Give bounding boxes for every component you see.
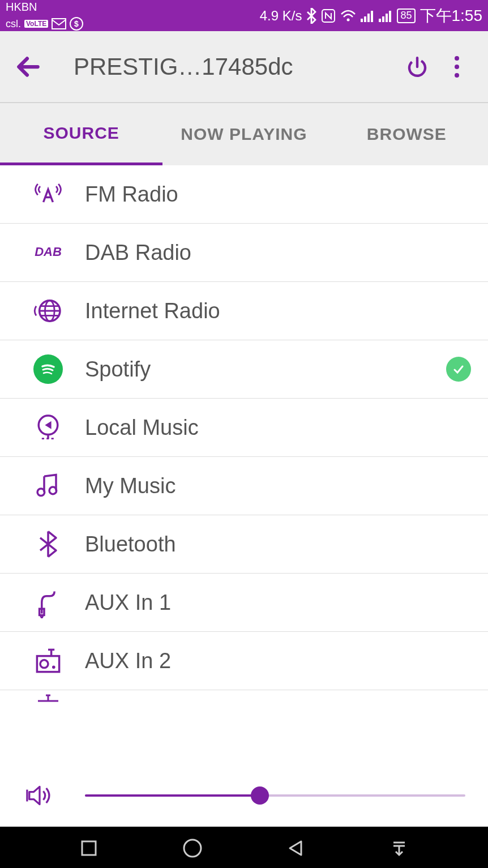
source-item-aux2[interactable]: AUX In 2 — [0, 632, 488, 690]
radio-device-icon — [28, 641, 68, 681]
bluetooth-status-icon — [306, 8, 316, 24]
circle-icon — [181, 837, 204, 860]
nav-notifications-button[interactable] — [385, 834, 413, 862]
svg-rect-11 — [386, 14, 388, 22]
triangle-left-icon — [285, 838, 306, 858]
tab-now-playing[interactable]: NOW PLAYING — [162, 103, 325, 165]
volume-bar — [0, 764, 488, 827]
svg-point-17 — [455, 73, 459, 78]
fm-radio-icon — [28, 174, 68, 214]
power-button[interactable] — [397, 47, 437, 87]
svg-point-4 — [347, 18, 350, 21]
source-item-label: DAB Radio — [85, 241, 471, 265]
spotify-icon — [28, 349, 68, 389]
volume-slider[interactable] — [85, 794, 465, 797]
tab-browse[interactable]: BROWSE — [326, 103, 488, 165]
signal-2-icon — [379, 10, 392, 22]
app-bar: PRESTIG…17485dc — [0, 31, 488, 102]
source-item-aux1[interactable]: AUX In 1 — [0, 574, 488, 632]
source-item-bluetooth[interactable]: Bluetooth — [0, 515, 488, 574]
arrow-left-icon — [14, 53, 42, 81]
source-item-label: Local Music — [85, 416, 471, 440]
signal-1-icon — [361, 10, 374, 22]
svg-rect-39 — [82, 841, 96, 855]
svg-text:DAB: DAB — [35, 245, 62, 259]
svg-point-28 — [49, 487, 57, 494]
source-item-label: Bluetooth — [85, 532, 471, 557]
pull-down-icon — [389, 838, 409, 858]
source-item-spotify[interactable]: Spotify — [0, 340, 488, 399]
svg-rect-0 — [52, 19, 66, 29]
svg-point-31 — [40, 660, 48, 668]
nav-home-button[interactable] — [178, 834, 207, 862]
bluetooth-icon — [28, 524, 68, 564]
overflow-menu-button[interactable] — [437, 47, 477, 87]
source-item-dab[interactable]: DAB DAB Radio — [0, 224, 488, 282]
source-item-internet[interactable]: Internet Radio — [0, 282, 488, 340]
source-item-label: Internet Radio — [85, 299, 471, 323]
svg-rect-10 — [382, 16, 384, 22]
square-icon — [79, 838, 99, 858]
data-speed: 4.9 K/s — [260, 8, 302, 24]
svg-point-32 — [52, 665, 55, 669]
clock: 下午1:55 — [420, 5, 483, 27]
svg-rect-8 — [371, 11, 373, 22]
page-title: PRESTIG…17485dc — [45, 53, 397, 80]
svg-point-40 — [184, 840, 201, 857]
nav-recent-button[interactable] — [75, 834, 103, 862]
status-left: HKBN csl. VoLTE $ — [6, 1, 83, 31]
svg-rect-5 — [361, 19, 363, 22]
wifi-icon — [340, 10, 356, 22]
tab-bar: SOURCE NOW PLAYING BROWSE — [0, 102, 488, 165]
source-item-optical-partial[interactable] — [0, 690, 488, 719]
tab-source[interactable]: SOURCE — [0, 103, 162, 165]
carrier-top: HKBN — [6, 1, 37, 12]
svg-point-27 — [37, 489, 45, 496]
more-vert-icon — [454, 55, 460, 79]
music-note-icon — [28, 466, 68, 506]
svg-rect-7 — [367, 14, 370, 22]
notification-dollar-icon: $ — [70, 17, 83, 31]
status-right: 4.9 K/s 85 下午1:55 — [260, 5, 482, 27]
svg-rect-9 — [379, 19, 381, 22]
internet-radio-icon — [28, 291, 68, 331]
aux-jack-icon — [28, 583, 68, 622]
svg-text:$: $ — [74, 19, 79, 28]
nfc-icon — [321, 8, 336, 23]
source-item-label: Spotify — [85, 357, 446, 382]
selected-check-icon — [446, 357, 471, 382]
source-item-mymusic[interactable]: My Music — [0, 457, 488, 515]
source-item-label: AUX In 1 — [85, 591, 471, 615]
volume-slider-fill — [85, 794, 260, 797]
svg-point-15 — [455, 56, 459, 61]
status-left-row: csl. VoLTE $ — [6, 17, 83, 31]
volume-slider-thumb[interactable] — [251, 786, 269, 805]
local-music-icon — [28, 408, 68, 447]
battery-level: 85 — [397, 8, 415, 23]
back-button[interactable] — [11, 50, 45, 84]
android-nav-bar — [0, 827, 488, 868]
source-item-fm[interactable]: FM Radio — [0, 165, 488, 224]
source-item-label: FM Radio — [85, 182, 471, 207]
nav-back-button[interactable] — [281, 834, 310, 862]
svg-rect-6 — [364, 16, 366, 22]
power-icon — [405, 55, 429, 79]
carrier-bottom: csl. — [6, 19, 21, 29]
optical-icon — [28, 690, 68, 704]
svg-rect-12 — [389, 11, 391, 22]
svg-point-16 — [455, 65, 459, 69]
source-item-local[interactable]: Local Music — [0, 399, 488, 457]
volte-badge: VoLTE — [24, 20, 48, 28]
source-item-label: AUX In 2 — [85, 649, 471, 673]
android-status-bar: HKBN csl. VoLTE $ 4.9 K/s 85 下 — [0, 0, 488, 31]
source-item-label: My Music — [85, 474, 471, 498]
volume-icon[interactable] — [23, 779, 57, 813]
source-list: FM Radio DAB DAB Radio Internet Radio Sp… — [0, 165, 488, 764]
dab-radio-icon: DAB — [28, 233, 68, 272]
mail-icon — [52, 18, 66, 29]
